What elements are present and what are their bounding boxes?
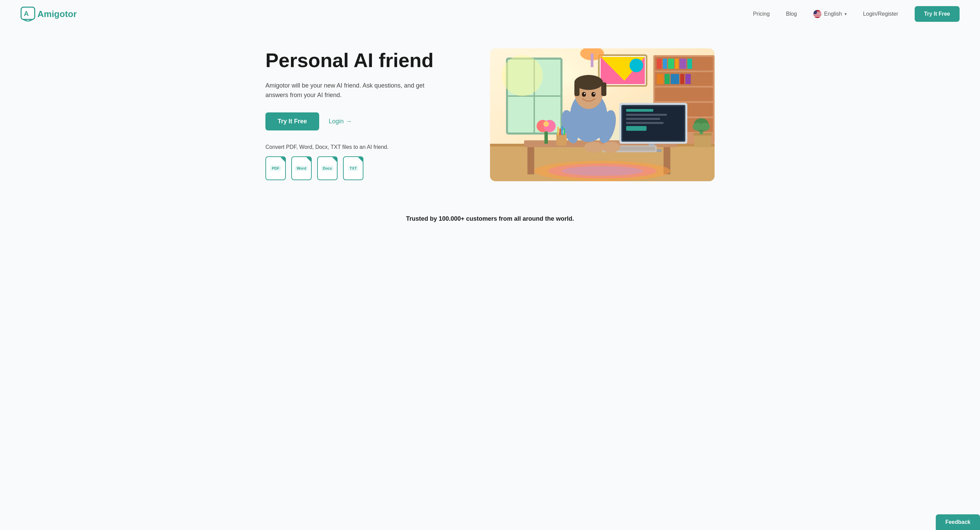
hero-subtitle: Amigotor will be your new AI friend. Ask… (266, 81, 442, 101)
svg-rect-84 (562, 126, 563, 135)
svg-rect-29 (679, 59, 686, 69)
svg-rect-8 (813, 10, 817, 14)
svg-rect-61 (574, 82, 579, 96)
file-icon-txt: TXT (343, 156, 363, 180)
file-icon-docx: Docx (317, 156, 337, 180)
feedback-button[interactable]: Feedback (936, 514, 980, 530)
svg-rect-6 (813, 14, 821, 15)
svg-rect-31 (657, 74, 663, 84)
hero-section: Personal AI friend Amigotor will be your… (245, 28, 735, 195)
navbar: A Amigotor Pricing Blog English ▾ Login/… (0, 0, 980, 28)
svg-point-88 (562, 166, 643, 176)
svg-point-64 (592, 92, 595, 97)
hero-try-it-free-button[interactable]: Try It Free (266, 112, 319, 131)
svg-point-69 (584, 142, 603, 153)
pdf-label: PDF (270, 166, 281, 171)
hero-login-arrow: → (346, 118, 352, 125)
file-icons: PDF Word Docx TXT (266, 156, 463, 180)
svg-rect-42 (591, 53, 593, 67)
svg-point-66 (593, 93, 595, 94)
svg-rect-35 (685, 74, 691, 84)
login-register-link[interactable]: Login/Register (863, 11, 898, 17)
svg-rect-50 (626, 114, 667, 116)
hero-left: Personal AI friend Amigotor will be your… (266, 49, 463, 180)
svg-rect-85 (563, 128, 565, 135)
svg-point-80 (700, 123, 710, 131)
svg-rect-62 (601, 82, 606, 96)
svg-rect-28 (675, 59, 679, 69)
svg-point-70 (601, 142, 620, 153)
svg-rect-51 (626, 118, 660, 120)
svg-rect-22 (655, 88, 713, 101)
language-label: English (824, 11, 842, 17)
svg-point-18 (502, 55, 543, 96)
hero-illustration (490, 48, 714, 181)
nav-links: Pricing Blog English ▾ Login/Register Tr… (753, 6, 959, 22)
trusted-section: Trusted by 100.000+ customers from all a… (0, 195, 980, 236)
svg-rect-7 (813, 16, 821, 17)
logo-icon: A (21, 6, 35, 21)
svg-point-74 (543, 121, 549, 127)
file-icon-pdf: PDF (266, 156, 286, 180)
docx-label: Docx (321, 166, 334, 171)
hero-convert-text: Convert PDF, Word, Docx, TXT files to an… (266, 144, 463, 150)
svg-rect-52 (626, 122, 663, 124)
svg-rect-27 (668, 59, 674, 69)
us-flag-icon (813, 10, 821, 18)
chevron-down-icon: ▾ (845, 11, 846, 16)
language-selector[interactable]: English ▾ (813, 10, 846, 18)
hero-login-link[interactable]: Login → (329, 118, 352, 125)
svg-rect-32 (665, 74, 670, 84)
svg-point-63 (582, 92, 586, 97)
svg-rect-53 (626, 126, 646, 131)
file-icon-word: Word (291, 156, 312, 180)
hero-buttons: Try It Free Login → (266, 112, 463, 131)
svg-rect-34 (680, 74, 684, 84)
svg-rect-81 (556, 134, 566, 145)
svg-text:A: A (24, 10, 29, 18)
svg-rect-25 (657, 59, 662, 69)
hero-login-text: Login (329, 118, 344, 125)
svg-rect-33 (671, 74, 679, 84)
svg-rect-30 (687, 59, 692, 69)
navbar-try-it-free-button[interactable]: Try It Free (915, 6, 959, 22)
svg-rect-83 (559, 128, 561, 135)
svg-rect-49 (626, 109, 653, 112)
svg-rect-26 (663, 59, 667, 69)
hero-title: Personal AI friend (266, 49, 463, 71)
word-label: Word (295, 166, 308, 171)
logo[interactable]: A Amigotor (21, 6, 77, 21)
nav-pricing[interactable]: Pricing (753, 11, 770, 17)
hero-right (483, 48, 714, 181)
nav-blog[interactable]: Blog (786, 11, 797, 17)
svg-point-65 (584, 93, 585, 94)
logo-text: Amigotor (37, 9, 77, 19)
svg-point-39 (630, 59, 643, 72)
txt-label: TXT (348, 166, 359, 171)
trusted-text: Trusted by 100.000+ customers from all a… (21, 215, 959, 222)
svg-rect-82 (557, 127, 559, 135)
svg-rect-44 (527, 147, 534, 174)
hero-image (490, 48, 714, 181)
